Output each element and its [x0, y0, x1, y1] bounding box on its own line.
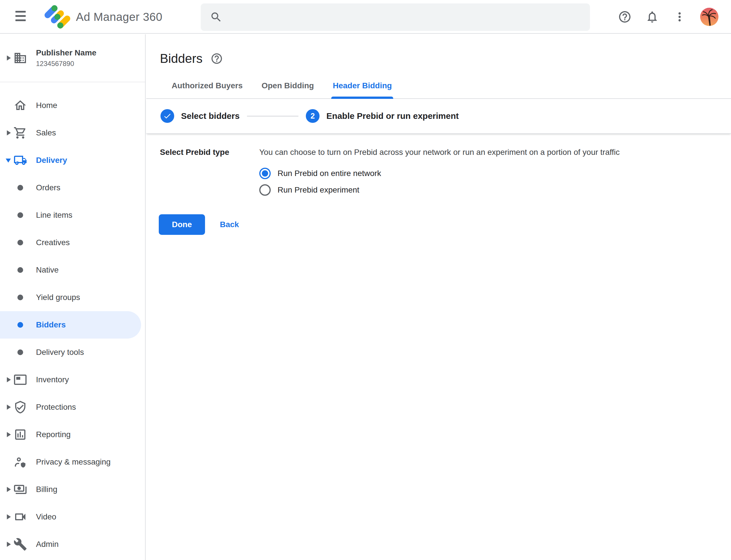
bar-chart-icon — [13, 428, 27, 441]
sidebar-item-sales[interactable]: Sales — [0, 119, 145, 147]
sidebar-item-native[interactable]: Native — [0, 256, 145, 284]
step-select-bidders[interactable]: Select bidders — [161, 109, 240, 123]
app-title: Ad Manager 360 — [76, 11, 163, 23]
prebid-type-section: Select Prebid type You can choose to tur… — [146, 134, 731, 198]
bullet-icon — [17, 349, 23, 355]
sidebar-item-orders[interactable]: Orders — [0, 174, 145, 201]
sidebar-item-line-items[interactable]: Line items — [0, 201, 145, 229]
top-app-bar: Ad Manager 360 — [0, 0, 731, 34]
step-number-badge: 2 — [306, 109, 320, 123]
radio-run-prebid-experiment[interactable]: Run Prebid experiment — [259, 182, 731, 198]
sidebar-item-yield-groups[interactable]: Yield groups — [0, 284, 145, 311]
step-completed-check-icon — [161, 109, 174, 123]
palm-tree-avatar-image — [700, 8, 718, 26]
search-bar[interactable] — [201, 3, 590, 31]
person-shield-icon — [13, 455, 27, 469]
help-icon — [618, 10, 632, 24]
sidebar: Publisher Name 1234567890 Home Sales Del… — [0, 34, 146, 560]
search-icon — [210, 11, 223, 23]
bullet-icon — [17, 295, 23, 300]
more-vert-icon — [673, 10, 686, 24]
chevron-right-icon — [7, 405, 11, 410]
bullet-icon — [17, 267, 23, 273]
chevron-right-icon — [7, 514, 11, 519]
step-connector-line — [247, 116, 299, 117]
sidebar-item-bidders[interactable]: Bidders — [0, 311, 141, 339]
sidebar-item-home[interactable]: Home — [0, 92, 145, 119]
publisher-selector[interactable]: Publisher Name 1234567890 — [0, 34, 145, 82]
sidebar-item-creatives[interactable]: Creatives — [0, 229, 145, 256]
wrench-icon — [13, 537, 27, 551]
sidebar-item-privacy-messaging[interactable]: Privacy & messaging — [0, 448, 145, 476]
section-description: You can choose to turn on Prebid across … — [259, 147, 731, 158]
step-enable-prebid[interactable]: 2 Enable Prebid or run experiment — [306, 109, 458, 123]
chevron-right-icon — [7, 487, 11, 492]
stepper: Select bidders 2 Enable Prebid or run ex… — [146, 99, 731, 134]
chevron-right-icon — [7, 130, 11, 135]
page-title: Bidders — [160, 51, 203, 66]
tab-open-bidding[interactable]: Open Bidding — [252, 81, 324, 98]
chevron-right-icon — [7, 377, 11, 382]
more-options-button[interactable] — [673, 10, 686, 24]
radio-run-prebid-entire-network[interactable]: Run Prebid on entire network — [259, 165, 731, 182]
shopping-cart-icon — [13, 126, 27, 140]
tab-authorized-buyers[interactable]: Authorized Buyers — [162, 81, 252, 98]
publisher-id: 1234567890 — [36, 60, 97, 68]
back-button[interactable]: Back — [220, 220, 239, 229]
sidebar-item-delivery-tools[interactable]: Delivery tools — [0, 339, 145, 366]
bullet-icon — [17, 322, 23, 328]
sidebar-item-reporting[interactable]: Reporting — [0, 421, 145, 448]
sidebar-item-inventory[interactable]: Inventory — [0, 366, 145, 393]
radio-selected-icon — [259, 168, 271, 179]
sidebar-item-admin[interactable]: Admin — [0, 531, 145, 558]
main-content: Bidders Authorized Buyers Open Bidding H… — [146, 34, 731, 560]
inventory-icon — [13, 373, 27, 387]
help-button[interactable] — [618, 10, 632, 24]
search-input[interactable] — [223, 3, 590, 31]
sidebar-nav: Home Sales Delivery Orders Line items — [0, 82, 145, 558]
sidebar-item-delivery[interactable]: Delivery — [0, 147, 145, 174]
payments-icon — [13, 483, 27, 496]
bullet-icon — [17, 185, 23, 191]
radio-unselected-icon — [259, 184, 271, 196]
sidebar-item-billing[interactable]: Billing — [0, 476, 145, 503]
bullet-icon — [17, 240, 23, 245]
notifications-button[interactable] — [645, 10, 659, 24]
form-actions: Done Back — [159, 214, 731, 235]
tab-header-bidding[interactable]: Header Bidding — [323, 81, 401, 98]
sidebar-item-video[interactable]: Video — [0, 503, 145, 531]
chevron-down-icon — [6, 159, 11, 163]
menu-icon[interactable] — [15, 11, 26, 22]
help-icon — [211, 52, 223, 65]
sidebar-item-protections[interactable]: Protections — [0, 393, 145, 421]
prebid-type-radio-group: Run Prebid on entire network Run Prebid … — [259, 165, 731, 198]
done-button[interactable]: Done — [159, 214, 205, 235]
chevron-right-icon — [7, 55, 11, 61]
bell-icon — [645, 10, 659, 24]
chevron-right-icon — [7, 542, 11, 547]
page-help-button[interactable] — [211, 52, 223, 65]
tab-bar: Authorized Buyers Open Bidding Header Bi… — [146, 81, 731, 99]
section-label: Select Prebid type — [160, 147, 259, 198]
building-icon — [13, 51, 27, 65]
video-camera-icon — [13, 510, 27, 524]
home-icon — [13, 99, 27, 112]
bullet-icon — [17, 212, 23, 218]
ad-manager-logo — [43, 2, 72, 31]
publisher-name: Publisher Name — [36, 48, 97, 57]
account-avatar[interactable] — [700, 8, 718, 26]
chevron-right-icon — [7, 432, 11, 437]
shield-check-icon — [13, 400, 27, 414]
delivery-truck-icon — [13, 153, 27, 167]
